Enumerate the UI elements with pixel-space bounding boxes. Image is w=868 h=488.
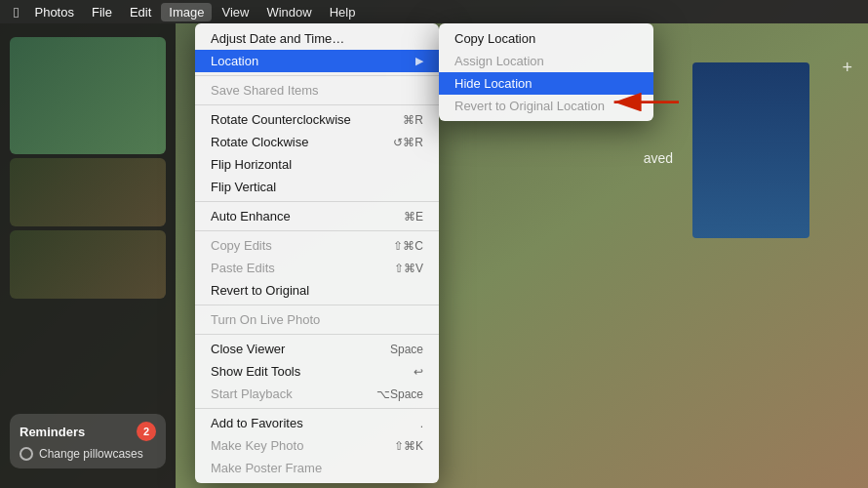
menubar-window[interactable]: Window <box>258 3 319 21</box>
separator-4 <box>195 230 439 231</box>
menubar-file[interactable]: File <box>84 3 120 21</box>
menu-flip-h[interactable]: Flip Horizontal <box>195 153 439 176</box>
menu-adjust-date[interactable]: Adjust Date and Time… <box>195 27 439 50</box>
make-key-shortcut: ⇧⌘K <box>394 439 423 453</box>
menubar-help[interactable]: Help <box>322 3 364 21</box>
copy-edits-shortcut: ⇧⌘C <box>393 239 423 253</box>
menu-start-playback: Start Playback ⌥Space <box>195 383 439 405</box>
red-arrow-indicator <box>605 88 683 117</box>
apple-menu[interactable]:  <box>8 2 24 22</box>
menu-add-favorites[interactable]: Add to Favorites . <box>195 412 439 434</box>
menu-flip-v[interactable]: Flip Vertical <box>195 176 439 198</box>
show-edit-shortcut: ↩ <box>414 365 423 379</box>
menu-make-poster: Make Poster Frame <box>195 457 439 479</box>
location-submenu-arrow: ▶ <box>415 55 423 67</box>
menu-rotate-cw[interactable]: Rotate Clockwise ↺⌘R <box>195 131 439 153</box>
menubar-image[interactable]: Image <box>161 3 212 21</box>
sidebar-photo-1 <box>10 158 166 226</box>
separator-3 <box>195 201 439 202</box>
separator-6 <box>195 334 439 335</box>
close-viewer-shortcut: Space <box>390 343 423 356</box>
menu-live-photo: Turn On Live Photo <box>195 308 439 331</box>
menubar-photos[interactable]: Photos <box>26 3 81 21</box>
menu-rotate-ccw[interactable]: Rotate Counterclockwise ⌘R <box>195 108 439 131</box>
separator-1 <box>195 75 439 76</box>
saved-label: aved <box>644 150 673 166</box>
submenu-assign-location: Assign Location <box>439 50 653 72</box>
reminders-count-badge: 2 <box>137 422 156 441</box>
menu-show-edit[interactable]: Show Edit Tools ↩ <box>195 360 439 383</box>
reminders-title: Reminders <box>20 425 85 439</box>
separator-7 <box>195 408 439 409</box>
reminders-widget: Reminders 2 Change pillowcases <box>10 414 166 468</box>
menubar-edit[interactable]: Edit <box>122 3 159 21</box>
rotate-cw-shortcut: ↺⌘R <box>393 136 423 149</box>
sidebar-main-photo <box>10 37 166 154</box>
separator-5 <box>195 305 439 305</box>
menu-revert[interactable]: Revert to Original <box>195 279 439 302</box>
menu-copy-edits: Copy Edits ⇧⌘C <box>195 234 439 257</box>
menu-make-key: Make Key Photo ⇧⌘K <box>195 434 439 457</box>
auto-enhance-shortcut: ⌘E <box>404 210 423 224</box>
separator-2 <box>195 104 439 105</box>
reminders-header: Reminders 2 <box>20 422 156 441</box>
menu-close-viewer[interactable]: Close Viewer Space <box>195 338 439 360</box>
reminder-text: Change pillowcases <box>39 447 143 461</box>
menubar-view[interactable]: View <box>214 3 256 21</box>
add-favorites-shortcut: . <box>420 417 423 430</box>
menu-paste-edits: Paste Edits ⇧⌘V <box>195 257 439 279</box>
toolbar-plus[interactable]: + <box>842 58 852 78</box>
submenu-copy-location[interactable]: Copy Location <box>439 27 653 50</box>
paste-edits-shortcut: ⇧⌘V <box>394 262 423 275</box>
start-playback-shortcut: ⌥Space <box>376 387 423 401</box>
photo-thumbnail <box>692 62 809 238</box>
menu-save-shared: Save Shared Items <box>195 79 439 102</box>
menubar:  Photos File Edit Image View Window Hel… <box>0 0 868 23</box>
reminder-item: Change pillowcases <box>20 447 156 461</box>
rotate-ccw-shortcut: ⌘R <box>403 113 423 127</box>
menu-location[interactable]: Location ▶ <box>195 50 439 72</box>
sidebar-photo-2 <box>10 230 166 299</box>
image-menu-dropdown: Adjust Date and Time… Location ▶ Save Sh… <box>195 23 439 483</box>
menu-auto-enhance[interactable]: Auto Enhance ⌘E <box>195 205 439 227</box>
reminder-circle-icon <box>20 447 33 461</box>
